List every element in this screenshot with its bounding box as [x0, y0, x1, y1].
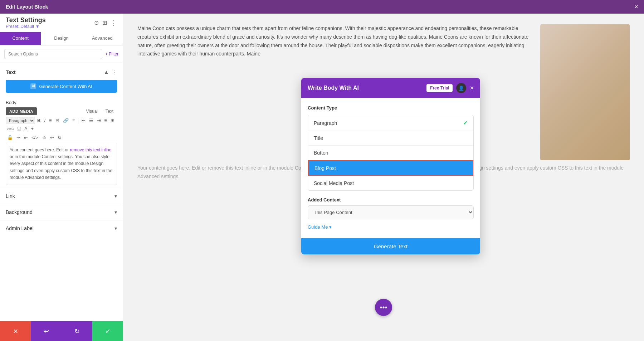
quote-button[interactable]: ❝ — [71, 117, 76, 124]
admin-label-chevron-icon: ▾ — [114, 225, 117, 231]
link-section-title: Link — [6, 193, 15, 199]
redo-editor-button[interactable]: ↻ — [56, 134, 63, 141]
editor-content[interactable]: Your content goes here. Edit or remove t… — [6, 143, 117, 185]
italic-button[interactable]: I — [43, 117, 47, 124]
modal-overlay: Write Body With AI Free Trial 👤 × Conten… — [123, 14, 644, 341]
sidebar-title-group: Text Settings Preset: Default ▼ — [6, 16, 46, 29]
modal-body: Content Type Paragraph ✔ Title — [301, 98, 480, 238]
align-justify-button[interactable]: ≡ — [103, 117, 109, 124]
content-type-paragraph[interactable]: Paragraph ✔ — [308, 115, 473, 131]
confirm-button[interactable]: ✓ — [92, 321, 123, 341]
admin-label-section[interactable]: Admin Label ▾ — [0, 220, 123, 236]
align-center-button[interactable]: ☰ — [88, 117, 95, 124]
list-ul-button[interactable]: ≡ — [48, 117, 53, 124]
more-icon[interactable]: ⋮ — [111, 19, 117, 27]
tab-advanced[interactable]: Advanced — [82, 32, 123, 45]
ai-modal: Write Body With AI Free Trial 👤 × Conten… — [301, 78, 480, 254]
unlink-button[interactable]: 🔓 — [6, 134, 14, 141]
search-input[interactable] — [4, 49, 102, 59]
sidebar-icon-group: ⊙ ⊞ ⋮ — [94, 19, 117, 27]
body-section: Body ADD MEDIA Visual Text Paragraph B I… — [0, 97, 123, 188]
link-section[interactable]: Link ▾ — [0, 188, 123, 204]
generate-text-button[interactable]: Generate Text — [301, 238, 480, 254]
editor-text: Your content goes here. Edit or — [10, 147, 70, 152]
title-label: Title — [314, 135, 323, 141]
text-section-controls: ▲ ⋮ — [103, 69, 117, 75]
tab-content[interactable]: Content — [0, 32, 41, 45]
text-section-chevron-up[interactable]: ▲ — [103, 69, 109, 75]
modal-close-button[interactable]: × — [470, 84, 474, 92]
preset-dropdown[interactable]: Preset: Default ▼ — [6, 24, 46, 29]
emoji-button[interactable]: ☺ — [40, 134, 48, 141]
editor-link[interactable]: remove this text inline — [70, 147, 111, 152]
body-label: Body — [6, 100, 117, 105]
bottom-action-bar: ✕ ↩ ↻ ✓ — [0, 321, 123, 341]
text-section-more[interactable]: ⋮ — [111, 69, 117, 75]
guide-me-label: Guide Me — [308, 224, 328, 230]
social-label: Social Media Post — [314, 180, 354, 186]
columns-icon[interactable]: ⊞ — [102, 19, 107, 26]
ai-icon: AI — [30, 83, 36, 89]
button-label: Button — [314, 150, 328, 156]
guide-me-chevron: ▾ — [329, 224, 332, 230]
modal-header: Write Body With AI Free Trial 👤 × — [301, 78, 480, 98]
underline-button[interactable]: U — [16, 125, 22, 132]
modal-user-icon: 👤 — [456, 83, 466, 93]
content-type-title[interactable]: Title — [308, 131, 473, 146]
modal-header-right: Free Trial 👤 × — [426, 83, 474, 93]
indent-button[interactable]: ⇥ — [15, 134, 22, 141]
undo-editor-button[interactable]: ↩ — [49, 134, 55, 141]
align-right-button[interactable]: ⇥ — [96, 117, 102, 124]
text-section-title: Text — [6, 69, 16, 75]
text-color-button[interactable]: A — [23, 125, 29, 132]
content-area: Maine Coon cats possess a unique charm t… — [123, 14, 644, 341]
main-layout: Text Settings Preset: Default ▼ ⊙ ⊞ ⋮ Co… — [0, 14, 644, 341]
format-toolbar: Paragraph B I ≡ ⊟ 🔗 ❝ ⇤ ☰ ⇥ ≡ ⊞ ABC U — [6, 117, 117, 132]
header-title: Edit Layout Block — [6, 4, 48, 10]
content-type-list: Paragraph ✔ Title Button Bl — [308, 115, 474, 191]
link-button[interactable]: 🔗 — [62, 117, 70, 124]
editor-toolbar-row1: ADD MEDIA Visual Text — [6, 107, 117, 115]
text-tab[interactable]: Text — [102, 107, 117, 115]
sidebar-content: Text ▲ ⋮ AI Generate Content With AI Bod… — [0, 63, 123, 341]
visual-tab[interactable]: Visual — [83, 107, 101, 115]
content-type-social[interactable]: Social Media Post — [308, 176, 473, 190]
undo-button[interactable]: ↩ — [31, 321, 62, 341]
link-chevron-icon: ▾ — [114, 193, 117, 199]
background-section[interactable]: Background ▾ — [0, 204, 123, 220]
align-left-button[interactable]: ⇤ — [80, 117, 87, 124]
added-context-label: Added Context — [308, 197, 474, 203]
list-ol-button[interactable]: ⊟ — [54, 117, 61, 124]
strikethrough-button[interactable]: + — [30, 125, 35, 132]
code-button[interactable]: </> — [30, 134, 40, 141]
tab-design[interactable]: Design — [41, 32, 82, 45]
admin-label-section-title: Admin Label — [6, 225, 34, 231]
content-type-blog-post[interactable]: Blog Post — [308, 160, 473, 176]
visual-text-tabs: Visual Text — [83, 107, 117, 115]
header-bar: Edit Layout Block × — [0, 0, 644, 14]
add-media-button[interactable]: ADD MEDIA — [6, 107, 37, 115]
table-button[interactable]: ⊞ — [109, 117, 116, 124]
content-type-button[interactable]: Button — [308, 146, 473, 160]
guide-me-button[interactable]: Guide Me ▾ — [308, 224, 332, 230]
redo-button[interactable]: ↻ — [62, 321, 92, 341]
text-section-header: Text ▲ ⋮ — [0, 63, 123, 78]
sidebar-tabs: Content Design Advanced — [0, 32, 123, 45]
abc-button[interactable]: ABC — [6, 126, 15, 132]
bold-button[interactable]: B — [36, 117, 42, 124]
search-area: + Filter — [0, 45, 123, 63]
generate-content-label: Generate Content With AI — [39, 84, 92, 89]
paragraph-select[interactable]: Paragraph — [6, 117, 35, 124]
sidebar-title: Text Settings — [6, 16, 46, 24]
background-section-title: Background — [6, 209, 33, 215]
filter-button[interactable]: + Filter — [105, 52, 118, 57]
generate-content-button[interactable]: AI Generate Content With AI — [6, 80, 117, 93]
cancel-button[interactable]: ✕ — [0, 321, 31, 341]
modal-title: Write Body With AI — [308, 85, 359, 91]
context-select[interactable]: This Page Content — [308, 205, 474, 219]
settings-icon[interactable]: ⊙ — [94, 19, 99, 26]
header-close-button[interactable]: × — [634, 3, 638, 11]
outdent-button[interactable]: ⇤ — [23, 134, 29, 141]
free-trial-badge[interactable]: Free Trial — [426, 84, 453, 92]
blog-post-label: Blog Post — [314, 165, 336, 171]
